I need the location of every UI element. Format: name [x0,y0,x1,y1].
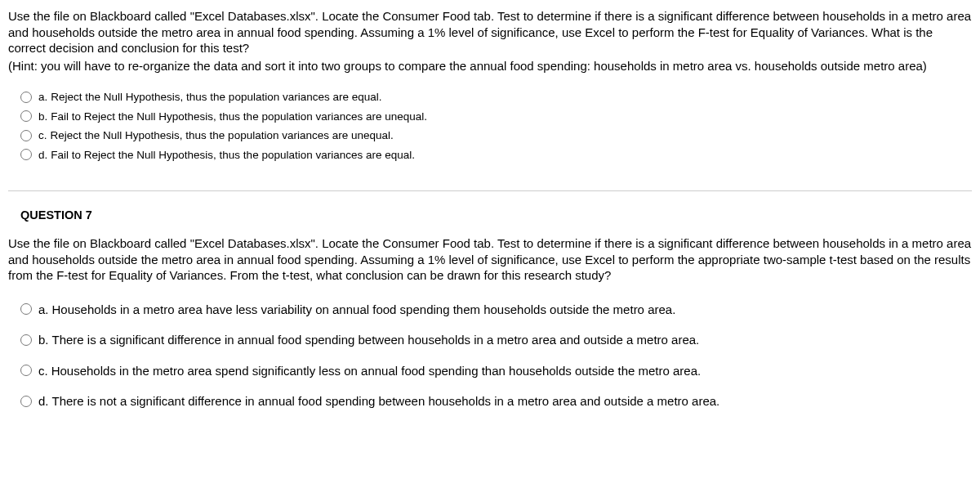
question-6-text: Use the file on Blackboard called "Excel… [8,8,972,74]
question-6-block: Use the file on Blackboard called "Excel… [8,8,972,162]
option-text: Households in a metro area have less var… [52,302,676,318]
option-text: There is a significant difference in ann… [52,332,700,348]
option-a[interactable]: a. Households in a metro area have less … [20,302,972,318]
question-divider [8,190,972,191]
question-7-text: Use the file on Blackboard called "Excel… [8,235,972,284]
option-text: There is not a significant difference in… [52,393,720,410]
option-text: Fail to Reject the Null Hypothesis, thus… [51,110,427,124]
option-d[interactable]: d. There is not a significant difference… [20,393,972,410]
option-c[interactable]: c. Households in the metro area spend si… [20,363,972,379]
radio-q7-a[interactable] [20,303,32,315]
option-prefix: d. [38,148,47,163]
radio-q7-d[interactable] [20,396,32,407]
radio-q6-b[interactable] [20,110,32,122]
radio-q6-a[interactable] [20,92,32,103]
option-text: Reject the Null Hypothesis, thus the pop… [51,128,394,143]
question-7-options: a. Households in a metro area have less … [8,302,972,410]
option-prefix: d. [38,393,49,410]
radio-q7-c[interactable] [20,365,32,376]
radio-q7-b[interactable] [20,334,32,346]
option-prefix: a. [38,90,47,105]
option-text: Fail to Reject the Null Hypothesis, thus… [51,148,415,163]
option-prefix: c. [38,363,48,379]
option-b[interactable]: b. Fail to Reject the Null Hypothesis, t… [20,110,972,124]
question-7-header: QUESTION 7 [8,208,972,223]
option-prefix: b. [38,110,47,124]
option-b[interactable]: b. There is a significant difference in … [20,332,972,348]
option-prefix: b. [38,332,49,348]
question-6-main-text: Use the file on Blackboard called "Excel… [8,8,972,56]
option-a[interactable]: a. Reject the Null Hypothesis, thus the … [20,90,972,105]
question-6-hint: (Hint: you will have to re-organize the … [8,58,972,74]
option-c[interactable]: c. Reject the Null Hypothesis, thus the … [20,128,972,143]
option-d[interactable]: d. Fail to Reject the Null Hypothesis, t… [20,148,972,163]
question-6-options: a. Reject the Null Hypothesis, thus the … [8,90,972,162]
question-7-main-text: Use the file on Blackboard called "Excel… [8,235,972,284]
option-text: Reject the Null Hypothesis, thus the pop… [51,90,381,105]
option-prefix: c. [38,128,47,143]
option-prefix: a. [38,302,49,318]
question-7-block: QUESTION 7 Use the file on Blackboard ca… [8,208,972,409]
radio-q6-c[interactable] [20,130,32,141]
option-text: Households in the metro area spend signi… [51,363,702,379]
radio-q6-d[interactable] [20,149,32,160]
